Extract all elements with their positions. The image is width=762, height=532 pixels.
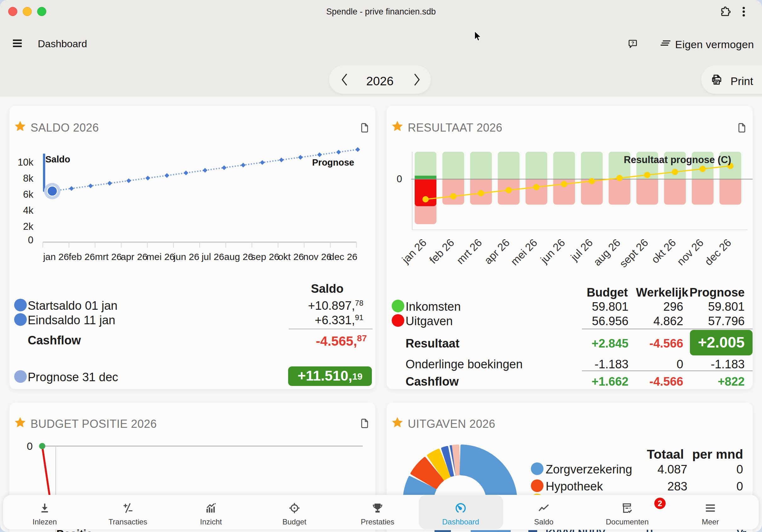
svg-text:okt 26: okt 26	[278, 252, 304, 262]
svg-text:aug 26: aug 26	[224, 252, 253, 262]
svg-text:jan 26: jan 26	[43, 252, 69, 262]
svg-text:mei 26: mei 26	[146, 252, 175, 262]
svg-text:Prognose: Prognose	[312, 157, 354, 168]
svg-text:apr 26: apr 26	[120, 252, 147, 262]
svg-text:nov 26: nov 26	[674, 236, 706, 267]
svg-text:jun 26: jun 26	[538, 236, 567, 266]
svg-text:mrt 26: mrt 26	[95, 252, 121, 262]
svg-text:nov 26: nov 26	[303, 252, 332, 262]
svg-text:0: 0	[28, 235, 34, 246]
svg-text:0: 0	[27, 440, 33, 452]
svg-text:?: ?	[631, 40, 634, 46]
svg-text:dec 26: dec 26	[702, 236, 733, 267]
svg-text:feb 26: feb 26	[427, 236, 457, 266]
svg-text:Saldo: Saldo	[45, 154, 70, 164]
svg-text:mrt 26: mrt 26	[454, 236, 484, 266]
svg-text:0: 0	[397, 174, 402, 185]
svg-text:aug 26: aug 26	[591, 236, 623, 268]
svg-text:10k: 10k	[18, 157, 34, 168]
svg-text:dec 26: dec 26	[329, 252, 357, 262]
svg-text:4k: 4k	[23, 205, 34, 216]
svg-text:jul 26: jul 26	[201, 252, 224, 262]
svg-text:apr 26: apr 26	[482, 236, 512, 266]
svg-text:2k: 2k	[23, 221, 34, 232]
svg-text:jan 26: jan 26	[399, 236, 428, 266]
svg-text:6k: 6k	[23, 189, 34, 200]
svg-text:sep 26: sep 26	[251, 252, 279, 262]
svg-text:jun 26: jun 26	[173, 252, 199, 262]
svg-text:jul 26: jul 26	[568, 236, 595, 263]
svg-text:mei 26: mei 26	[508, 236, 539, 267]
svg-text:feb 26: feb 26	[69, 252, 95, 262]
svg-text:8k: 8k	[23, 173, 34, 184]
svg-text:okt 26: okt 26	[649, 236, 678, 266]
svg-text:sept 26: sept 26	[617, 236, 650, 270]
svg-text:Resultaat prognose (C): Resultaat prognose (C)	[624, 154, 731, 165]
